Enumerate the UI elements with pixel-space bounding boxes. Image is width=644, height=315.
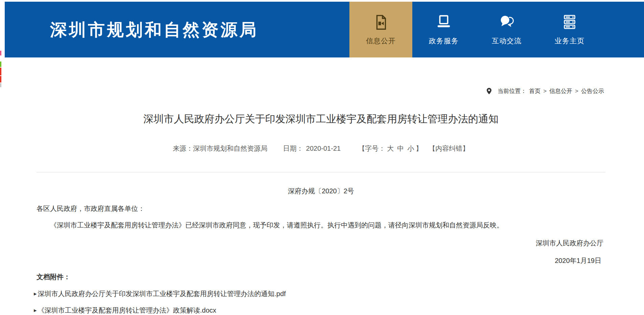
- body-paragraph: 《深圳市工业楼宇及配套用房转让管理办法》已经深圳市政府同意，现予印发，请遵照执行…: [37, 220, 605, 231]
- document-media-icon: [372, 14, 389, 31]
- attachment-link-docx[interactable]: ▶ 《深圳市工业楼宇及配套用房转让管理办法》政策解读.docx: [34, 306, 216, 315]
- edge-widget-fragment: [0, 62, 1, 67]
- laptop-icon: [435, 14, 452, 31]
- meta-date: 日期：2020-01-21: [283, 144, 341, 153]
- edge-widget-fragment: [0, 68, 1, 75]
- tab-label: 政务服务: [429, 36, 459, 46]
- salutation: 各区人民政府，市政府直属各单位：: [37, 204, 145, 213]
- breadcrumb: 当前位置： 首页 > 信息公开 > 公告公示: [487, 87, 604, 95]
- breadcrumb-info-disclosure[interactable]: 信息公开: [549, 87, 572, 95]
- edge-widget-fragment: [0, 76, 1, 82]
- triangle-bullet-icon: ▶: [34, 308, 37, 313]
- edge-widget-fragment: [0, 51, 1, 55]
- font-size-control: 【字号：大中小】: [358, 144, 422, 153]
- breadcrumb-separator: >: [575, 88, 578, 95]
- attachment-name: 《深圳市工业楼宇及配套用房转让管理办法》政策解读.docx: [38, 306, 216, 315]
- tab-label: 信息公开: [366, 36, 396, 46]
- tab-business-homepage[interactable]: 业务主页: [538, 2, 601, 57]
- signing-authority: 深圳市人民政府办公厅: [37, 239, 605, 248]
- font-size-small-button[interactable]: 小: [407, 145, 414, 152]
- tab-government-services[interactable]: 政务服务: [412, 2, 475, 57]
- meta-date-value: 2020-01-21: [306, 145, 341, 152]
- signing-date: 2020年1月19日: [37, 256, 605, 265]
- article-meta: 来源：深圳市规划和自然资源局 日期：2020-01-21 【字号：大中小】 【内…: [37, 144, 605, 153]
- edge-widget-fragment: [0, 83, 1, 87]
- tab-information-disclosure[interactable]: 信息公开: [349, 2, 412, 57]
- location-pin-icon: [487, 88, 491, 94]
- breadcrumb-label: 当前位置：: [498, 87, 526, 95]
- font-size-large-button[interactable]: 大: [387, 145, 394, 152]
- meta-date-label: 日期：: [283, 145, 303, 152]
- article-title: 深圳市人民政府办公厅关于印发深圳市工业楼宇及配套用房转让管理办法的通知: [37, 112, 605, 126]
- tab-interactive-exchange[interactable]: 互动交流: [475, 2, 538, 57]
- meta-source: 来源：深圳市规划和自然资源局: [173, 144, 268, 153]
- main-nav: 信息公开 政务服务: [349, 2, 601, 57]
- breadcrumb-announcements[interactable]: 公告公示: [581, 87, 604, 95]
- document-number: 深府办规〔2020〕2号: [37, 187, 605, 196]
- tab-label: 互动交流: [492, 36, 522, 46]
- site-logo-title[interactable]: 深圳市规划和自然资源局: [50, 18, 258, 41]
- font-size-suffix: 】: [416, 145, 422, 152]
- chat-bubbles-icon: [498, 14, 515, 31]
- font-size-prefix: 【字号：: [358, 145, 385, 152]
- breadcrumb-separator: >: [543, 88, 547, 95]
- attachment-name: 深圳市人民政府办公厅关于印发深圳市工业楼宇及配套用房转让管理办法的通知.pdf: [38, 289, 285, 298]
- page: 深圳市规划和自然资源局 信息公开: [0, 0, 644, 315]
- content-correction-button[interactable]: 【内容纠错】: [429, 144, 469, 153]
- server-stack-icon: [561, 14, 578, 31]
- triangle-bullet-icon: ▶: [34, 292, 37, 296]
- tab-label: 业务主页: [555, 36, 584, 46]
- header-divider: [37, 172, 605, 172]
- attachments-label: 文档附件：: [37, 272, 70, 282]
- site-header: 深圳市规划和自然资源局 信息公开: [5, 2, 644, 57]
- font-size-medium-button[interactable]: 中: [397, 145, 404, 152]
- attachment-link-pdf[interactable]: ▶ 深圳市人民政府办公厅关于印发深圳市工业楼宇及配套用房转让管理办法的通知.pd…: [34, 289, 286, 298]
- breadcrumb-home[interactable]: 首页: [529, 87, 540, 95]
